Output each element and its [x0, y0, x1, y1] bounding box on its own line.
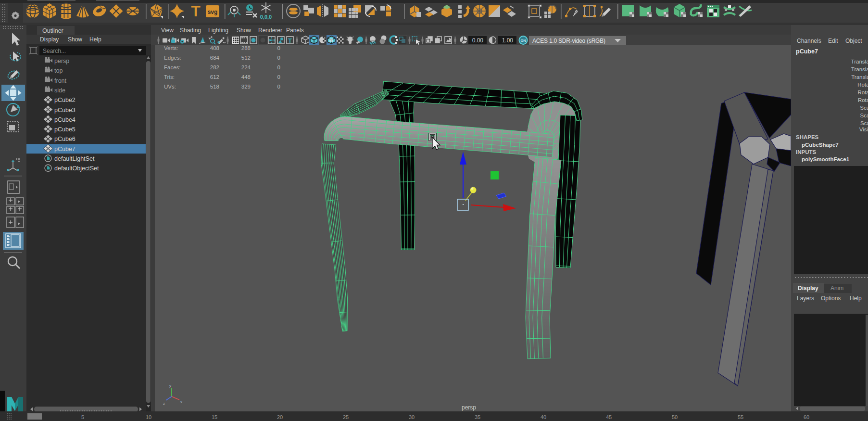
svg-text:448: 448	[241, 74, 251, 80]
svg-text:55: 55	[738, 414, 743, 420]
svg-text:0: 0	[277, 55, 280, 61]
svg-text:15: 15	[212, 414, 217, 420]
svg-text:282: 282	[210, 64, 219, 70]
svg-text:Scale Z: Scale Z	[860, 120, 868, 126]
svg-text:Edit: Edit	[828, 38, 838, 44]
svg-text:Scale Y: Scale Y	[860, 113, 868, 118]
svg-text:SHAPES: SHAPES	[796, 134, 819, 140]
svg-text:0: 0	[277, 74, 280, 80]
svg-text:408: 408	[210, 45, 219, 51]
svg-text:Tris:: Tris:	[164, 74, 175, 80]
svg-text:Help: Help	[89, 36, 101, 43]
svg-text:defaultLightSet: defaultLightSet	[54, 155, 95, 162]
svg-text:0: 0	[277, 45, 280, 51]
svg-text:Help: Help	[850, 295, 862, 302]
svg-text:Edges:: Edges:	[164, 55, 181, 61]
svg-text:30: 30	[409, 414, 415, 420]
svg-text:INPUTS: INPUTS	[796, 149, 817, 155]
svg-text:pCube3: pCube3	[54, 107, 75, 114]
svg-text:Translate Y: Translate Y	[851, 66, 868, 72]
svg-text:518: 518	[210, 84, 219, 89]
svg-text:side: side	[54, 87, 65, 94]
svg-text:Scale X: Scale X	[860, 105, 868, 111]
svg-text:10: 10	[146, 414, 151, 420]
svg-text:25: 25	[343, 414, 349, 420]
svg-text:pCube7: pCube7	[54, 146, 75, 153]
svg-text:60: 60	[804, 414, 809, 420]
svg-text:0: 0	[277, 64, 280, 70]
svg-text:Faces:: Faces:	[164, 64, 181, 70]
svg-text:Search...: Search...	[43, 48, 66, 54]
svg-text:defaultObjectSet: defaultObjectSet	[54, 165, 99, 172]
svg-text:persp: persp	[462, 404, 476, 411]
svg-text:Anim: Anim	[830, 285, 843, 292]
svg-text:pCube6: pCube6	[54, 136, 75, 142]
svg-text:Display: Display	[798, 285, 818, 292]
svg-text:40: 40	[541, 414, 546, 420]
svg-text:top: top	[54, 67, 63, 74]
svg-text:Object: Object	[845, 38, 862, 44]
svg-text:50: 50	[672, 414, 678, 420]
svg-text:0: 0	[277, 84, 280, 89]
svg-text:x: x	[180, 400, 182, 404]
svg-text:Display: Display	[40, 36, 59, 43]
svg-text:persp: persp	[54, 58, 69, 64]
svg-text:Channels: Channels	[797, 38, 821, 44]
svg-text:512: 512	[241, 55, 251, 61]
svg-text:y: y	[169, 383, 171, 388]
svg-text:pCubeShape7: pCubeShape7	[802, 142, 839, 148]
svg-text:20: 20	[277, 414, 283, 420]
svg-text:polySmoothFace1: polySmoothFace1	[802, 156, 850, 162]
svg-text:pCube5: pCube5	[54, 126, 75, 133]
svg-text:Outliner: Outliner	[42, 27, 63, 34]
svg-text:svg: svg	[208, 9, 218, 15]
svg-text:Show: Show	[68, 36, 82, 43]
svg-text:Options: Options	[821, 295, 841, 302]
svg-text:Translate X: Translate X	[851, 59, 868, 64]
svg-text:329: 329	[241, 84, 251, 89]
svg-text:Translate Z: Translate Z	[851, 74, 868, 80]
svg-text:pCube7: pCube7	[796, 48, 818, 55]
svg-text:pCube4: pCube4	[54, 116, 75, 123]
svg-text:0,0,0: 0,0,0	[260, 14, 272, 20]
svg-text:288: 288	[241, 45, 251, 51]
svg-text:Rotate Z: Rotate Z	[858, 97, 868, 103]
svg-text:Visibility: Visibility	[859, 127, 868, 132]
svg-text:612: 612	[210, 74, 219, 80]
svg-text:5: 5	[81, 414, 84, 420]
svg-text:684: 684	[210, 55, 220, 61]
svg-text:35: 35	[475, 414, 480, 420]
svg-text:Rotate Y: Rotate Y	[857, 89, 868, 95]
svg-text:pCube2: pCube2	[54, 97, 75, 103]
svg-text:z: z	[163, 401, 165, 406]
svg-text:45: 45	[606, 414, 612, 420]
svg-text:224: 224	[241, 64, 251, 70]
svg-text:UVs:: UVs:	[164, 84, 176, 89]
svg-text:Layers: Layers	[797, 295, 814, 302]
svg-text:Rotate X: Rotate X	[857, 82, 868, 88]
svg-text:front: front	[54, 77, 67, 84]
svg-text:Verts:: Verts:	[164, 45, 178, 51]
svg-text:T: T	[191, 2, 201, 20]
